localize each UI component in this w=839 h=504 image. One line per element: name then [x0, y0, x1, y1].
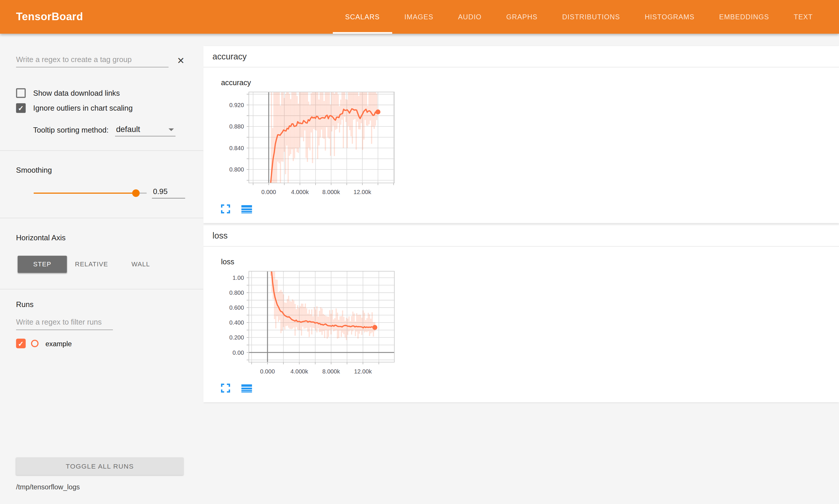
svg-text:8.000k: 8.000k [322, 189, 340, 195]
fullscreen-icon [221, 384, 230, 393]
horizontal-axis-label: Horizontal Axis [0, 233, 203, 242]
check-icon: ✓ [18, 105, 24, 111]
svg-text:0.000: 0.000 [260, 368, 275, 375]
chevron-down-icon [168, 128, 174, 131]
data-series-list-icon [241, 384, 252, 392]
slider-handle[interactable] [132, 189, 140, 197]
svg-text:1.00: 1.00 [232, 274, 244, 281]
svg-text:0.000: 0.000 [262, 189, 276, 195]
tab-audio[interactable]: AUDIO [446, 0, 494, 34]
axis-relative-button[interactable]: RELATIVE [67, 256, 116, 273]
tab-text[interactable]: TEXT [781, 0, 825, 34]
run-checkbox[interactable]: ✓ [16, 339, 26, 348]
tooltip-sorting-row: Tooltip sorting method: default [0, 125, 203, 137]
chart-actions [221, 204, 409, 213]
tab-scalars[interactable]: SCALARS [333, 0, 392, 34]
sidebar: ✕ Show data download links ✓ Ignore outl… [0, 34, 203, 504]
smoothing-row [0, 187, 203, 198]
svg-text:0.800: 0.800 [229, 289, 244, 296]
tooltip-sorting-value: default [116, 125, 140, 134]
run-name: example [46, 340, 72, 347]
sidebar-spacer [0, 348, 203, 457]
horizontal-axis-options: STEP RELATIVE WALL [0, 256, 203, 273]
tag-group-loss: loss loss 0.000.2000.4000.6000.8001.000.… [203, 226, 839, 402]
svg-text:0.880: 0.880 [229, 123, 244, 130]
accuracy-line-chart[interactable]: 0.8000.8400.8800.9200.0004.000k8.000k12.… [221, 88, 406, 202]
ignore-outliers-row: ✓ Ignore outliers in chart scaling [0, 103, 203, 113]
group-title: accuracy [213, 52, 247, 61]
fullscreen-icon [221, 204, 230, 213]
group-body: accuracy 0.8000.8400.8800.9200.0004.000k… [203, 67, 839, 223]
svg-text:0.600: 0.600 [229, 304, 244, 311]
toggle-expansion-button[interactable] [241, 384, 252, 392]
scalars-dashboard: accuracy accuracy 0.8000.8400.8800.9200.… [203, 34, 839, 504]
runs-filter-input[interactable] [16, 316, 113, 330]
scalar-chart-card-loss: loss 0.000.2000.4000.6000.8001.000.0004.… [221, 257, 409, 393]
tooltip-sorting-select[interactable]: default [115, 125, 176, 137]
group-body: loss 0.000.2000.4000.6000.8001.000.0004.… [203, 247, 839, 402]
nav-tabs: SCALARS IMAGES AUDIO GRAPHS DISTRIBUTION… [333, 0, 839, 34]
app-title: TensorBoard [16, 11, 83, 23]
close-icon[interactable]: ✕ [177, 56, 185, 65]
tab-embeddings[interactable]: EMBEDDINGS [707, 0, 781, 34]
divider [0, 289, 203, 289]
smoothing-slider[interactable] [34, 189, 147, 197]
svg-text:0.400: 0.400 [229, 319, 244, 326]
svg-text:12.00k: 12.00k [354, 368, 372, 375]
tab-graphs[interactable]: GRAPHS [494, 0, 550, 34]
axis-step-button[interactable]: STEP [18, 256, 67, 273]
expand-chart-button[interactable] [221, 204, 230, 213]
chart-title: loss [221, 257, 409, 266]
svg-text:0.200: 0.200 [229, 334, 244, 341]
logdir-path: /tmp/tensorflow_logs [16, 483, 188, 491]
runs-filter-row [0, 316, 203, 330]
loss-line-chart[interactable]: 0.000.2000.4000.6000.8001.000.0004.000k8… [221, 267, 406, 381]
svg-text:0.00: 0.00 [232, 349, 244, 356]
ignore-outliers-checkbox[interactable]: ✓ [16, 103, 26, 113]
smoothing-label: Smoothing [0, 166, 203, 175]
tab-histograms[interactable]: HISTOGRAMS [632, 0, 707, 34]
scalar-chart-card-accuracy: accuracy 0.8000.8400.8800.9200.0004.000k… [221, 78, 409, 213]
tag-filter-input[interactable] [16, 54, 168, 68]
tensorboard-app: TensorBoard SCALARS IMAGES AUDIO GRAPHS … [0, 0, 839, 504]
chart-title: accuracy [221, 78, 409, 87]
show-download-links-label: Show data download links [33, 89, 120, 97]
group-header-loss[interactable]: loss [203, 226, 839, 247]
tab-images[interactable]: IMAGES [392, 0, 446, 34]
svg-text:0.920: 0.920 [229, 102, 244, 108]
chart-actions [221, 384, 409, 393]
show-download-links-checkbox[interactable] [16, 88, 26, 98]
run-row-example[interactable]: ✓ example [0, 339, 203, 348]
tab-distributions[interactable]: DISTRIBUTIONS [550, 0, 632, 34]
axis-wall-button[interactable]: WALL [116, 256, 165, 273]
expand-chart-button[interactable] [221, 384, 230, 393]
run-color-radio[interactable] [31, 340, 39, 347]
toggle-all-runs-button[interactable]: TOGGLE ALL RUNS [16, 457, 183, 475]
top-app-bar: TensorBoard SCALARS IMAGES AUDIO GRAPHS … [0, 0, 839, 34]
svg-text:12.00k: 12.00k [354, 189, 372, 195]
toggle-expansion-button[interactable] [241, 204, 252, 213]
divider [0, 150, 203, 151]
data-series-list-icon [241, 204, 252, 213]
svg-text:8.000k: 8.000k [322, 368, 340, 375]
runs-label: Runs [0, 300, 203, 308]
check-icon: ✓ [18, 340, 24, 347]
show-download-links-row: Show data download links [0, 88, 203, 98]
tag-group-accuracy: accuracy accuracy 0.8000.8400.8800.9200.… [203, 46, 839, 223]
tag-filter-row: ✕ [0, 54, 203, 68]
divider [0, 218, 203, 218]
ignore-outliers-label: Ignore outliers in chart scaling [33, 104, 132, 112]
tooltip-sorting-label: Tooltip sorting method: [33, 126, 108, 137]
group-title: loss [213, 231, 228, 240]
group-header-accuracy[interactable]: accuracy [203, 46, 839, 67]
smoothing-value-input[interactable] [152, 187, 185, 198]
svg-text:4.000k: 4.000k [291, 189, 309, 195]
svg-text:0.840: 0.840 [229, 145, 244, 151]
svg-text:0.800: 0.800 [229, 166, 244, 173]
svg-text:4.000k: 4.000k [290, 368, 308, 375]
slider-fill [34, 192, 136, 194]
